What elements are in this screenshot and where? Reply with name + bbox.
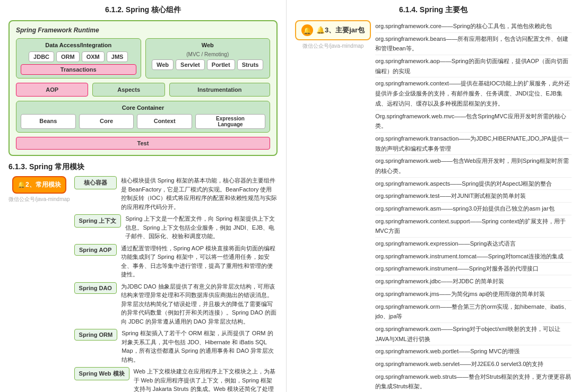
jar-mindmap-link: 微信公众号/java-mindmap — [302, 42, 364, 50]
pkg-5: org.springframework.transaction——为JDBC,H… — [375, 133, 572, 155]
jar-badge: 🔔 🔔3、主要jar包 — [295, 20, 371, 40]
data-access-title: Data Access/Integration — [21, 42, 136, 48]
pkg-8: org.springframework.test——对JUNIT测试框架的简单封… — [375, 190, 572, 203]
orm-item: ORM — [56, 51, 80, 62]
modules-section: 6.1.3. Spring 常用模块 🔔2、常用模块 微信公众号/java-mi… — [8, 162, 278, 392]
jar-icon: 🔔 — [301, 24, 313, 36]
expression-language-item: Expression Language — [195, 114, 265, 129]
web-items: Web Servlet Portlet Struts — [150, 59, 266, 70]
core-items: Beans Core Context Expression Language — [21, 114, 265, 129]
oxm-item: OXM — [82, 51, 105, 62]
pkg-2: org.springframework.aop——Spring的面向切面编程，提… — [375, 55, 572, 77]
pkg-11: org.springframework.expression——Spring表达… — [375, 238, 572, 250]
left-panel: 6.1.2. Spring 核心组件 Spring Framework Runt… — [0, 0, 287, 392]
web-item: Web — [152, 59, 174, 70]
section2-title: 6.1.3. Spring 常用模块 — [8, 162, 278, 172]
web-subtitle: (MVC / Remoting) — [150, 51, 266, 57]
instrumentation-item: Instrumentation — [169, 83, 270, 97]
module-row-1: Spring 上下文 Spring 上下文是一个配置文件，向 Spring 框架… — [74, 214, 278, 241]
section1-title: 6.1.2. Spring 核心组件 — [8, 5, 278, 15]
modules-list: 核心容器 核心模块提供 Spring 框架的基本功能，核心容器的主要组件是 Be… — [74, 176, 278, 392]
pkg-19: org.springframework.web.servlet——对J2EE6.… — [375, 358, 572, 371]
data-access-items: JDBC ORM OXM JMS — [21, 51, 136, 62]
module-desc-3: 为JDBC DAO 抽象层提供了有意义的异常层次结构，可用该结构来管理异常处理和… — [121, 282, 278, 326]
module-label-1: Spring 上下文 — [74, 214, 122, 228]
jms-item: JMS — [107, 51, 128, 62]
module-desc-1: Spring 上下文是一个配置文件，向 Spring 框架提供上下文信息。Spr… — [125, 214, 278, 241]
modules-badge: 🔔2、常用模块 — [12, 176, 66, 194]
struts-item: Struts — [237, 59, 264, 70]
module-label-2: Spring AOP — [74, 244, 117, 256]
pkg-1: org.springframework.beans——所有应用都用到，包含访问配… — [375, 33, 572, 55]
core-container-title: Core Container — [21, 104, 265, 111]
right-panel: 6.1.4. Spring 主要包 🔔 🔔3、主要jar包 微信公众号/java… — [287, 0, 580, 392]
package-list-container: org.springframework.core——Spring的核心工具包，其… — [375, 20, 572, 392]
web-box: Web (MVC / Remoting) Web Servlet Portlet… — [145, 38, 271, 79]
pkg-4: Org.springframework.web.mvc——包含SpringMVC… — [375, 110, 572, 133]
data-access-box: Data Access/Integration JDBC ORM OXM JMS… — [16, 38, 141, 79]
aop-item: AOP — [16, 83, 88, 97]
pkg-20: org.springframework.web.struts——整合对Strut… — [375, 371, 572, 392]
jdbc-item: JDBC — [29, 51, 54, 62]
pkg-14: org.springframework.jdbc——对JDBC 的简单封装 — [375, 275, 572, 288]
module-desc-4: Spring 框架插入了若干个 ORM 框架，从而提供了 ORM 的对象关系工具… — [122, 329, 278, 364]
pkg-10: org.springframework.context.support——Spr… — [375, 215, 572, 238]
pkg-3: org.springframework.context——提供在基础IOC功能上… — [375, 77, 572, 110]
pkg-16: org.springframework.orm——整合第三方的orm实现，如hi… — [375, 301, 572, 323]
module-label-4: Spring ORM — [74, 329, 118, 341]
test-item: Test — [16, 137, 270, 150]
pkg-0: org.springframework.core——Spring的核心工具包，其… — [375, 20, 572, 33]
module-row-3: Spring DAO 为JDBC DAO 抽象层提供了有意义的异常层次结构，可用… — [74, 282, 278, 326]
pkg-13: org.springframework.instrument——Spring对服… — [375, 263, 572, 275]
core-item: Core — [79, 114, 134, 129]
pkg-15: org.springframework.jms——为简化jms api的使用而做… — [375, 288, 572, 301]
pkg-7: org.springframework.aspects——Spring提供的对A… — [375, 178, 572, 190]
pkg-12: org.springframework.instrument.tomcat——S… — [375, 250, 572, 263]
web-title: Web — [150, 42, 266, 48]
core-container-box: Core Container Beans Core Context Expres… — [16, 101, 270, 133]
context-item: Context — [137, 114, 192, 129]
package-list: org.springframework.core——Spring的核心工具包，其… — [375, 20, 572, 392]
beans-item: Beans — [21, 114, 76, 129]
module-label-0: 核心容器 — [74, 176, 117, 189]
pkg-17: org.springframework.oxm——Spring对于object/… — [375, 323, 572, 345]
aop-row: AOP Aspects Instrumentation — [16, 83, 270, 97]
pkg-6: org.springframework.web——包含Web应用开发时，用到Sp… — [375, 155, 572, 177]
aspects-item: Aspects — [92, 83, 165, 97]
transactions-item: Transactions — [21, 64, 136, 75]
pkg-18: org.springframework.web.portlet——Spring … — [375, 345, 572, 358]
module-row-0: 核心容器 核心模块提供 Spring 框架的基本功能，核心容器的主要组件是 Be… — [74, 176, 278, 211]
module-desc-5: Web 上下文模块建立在应用程序上下文模块之上，为基于 Web 的应用程序提供了… — [134, 367, 278, 392]
right-section1-title: 6.1.4. Spring 主要包 — [295, 5, 572, 15]
module-label-3: Spring DAO — [74, 282, 117, 294]
spring-runtime-diagram: Spring Framework Runtime Data Access/Int… — [8, 20, 278, 156]
module-row-5: Spring Web 模块 Web 上下文模块建立在应用程序上下文模块之上，为基… — [74, 367, 278, 392]
module-row-4: Spring ORM Spring 框架插入了若干个 ORM 框架，从而提供了 … — [74, 329, 278, 364]
module-label-5: Spring Web 模块 — [74, 367, 129, 380]
runtime-title: Spring Framework Runtime — [16, 27, 270, 34]
jar-title: 🔔3、主要jar包 — [316, 25, 365, 35]
portlet-item: Portlet — [207, 59, 235, 70]
pkg-9: org.springframework.asm——spring3.0开始提供自己… — [375, 203, 572, 215]
module-desc-2: 通过配置管理特性，Spring AOP 模块直接将面向切面的编程功能集成到了 S… — [121, 244, 278, 279]
module-row-2: Spring AOP 通过配置管理特性，Spring AOP 模块直接将面向切面… — [74, 244, 278, 279]
servlet-item: Servlet — [176, 59, 205, 70]
module-desc-0: 核心模块提供 Spring 框架的基本功能，核心容器的主要组件是 BeanFac… — [121, 176, 278, 211]
runtime-row-1: Data Access/Integration JDBC ORM OXM JMS… — [16, 38, 270, 79]
modules-mindmap-link: 微信公众号/java-mindmap — [8, 196, 70, 203]
